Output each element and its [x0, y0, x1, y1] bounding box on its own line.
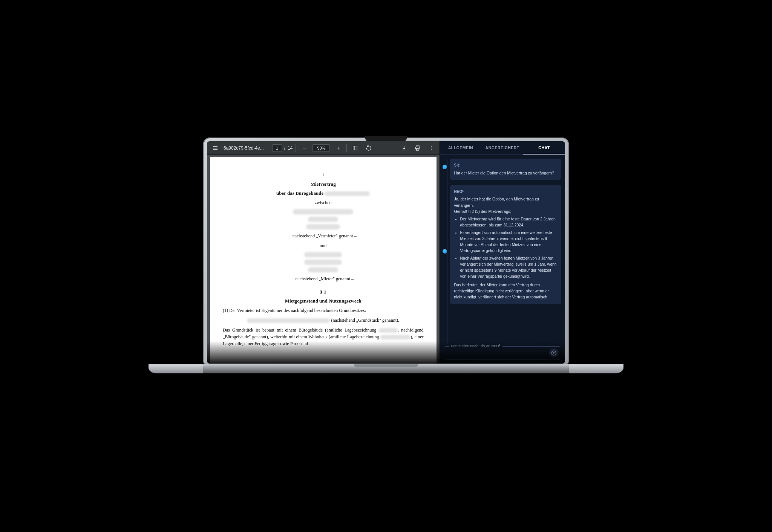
- camera-notch: [365, 136, 407, 141]
- chat-input-wrap: Sende eine Nachricht an NEO²: [444, 346, 562, 360]
- svg-point-14: [430, 146, 431, 147]
- pdf-viewport[interactable]: 1 Mietvertrag über das Bürogebäude zwisc…: [207, 155, 440, 364]
- hamburger-icon[interactable]: [210, 143, 221, 153]
- pdf-page: 1 Mietvertrag über das Bürogebäude zwisc…: [210, 157, 437, 364]
- redacted: [304, 252, 342, 257]
- doc-title-2-prefix: über das Bürogebäude: [276, 190, 325, 196]
- mieter-line: - nachstehend „Mieter" genannt –: [223, 275, 424, 282]
- base-notch: [354, 364, 418, 367]
- pdf-panel: 6a902c79-5fcd-4e... / 14 90%: [207, 141, 440, 364]
- toolbar-separator: [346, 144, 347, 152]
- section1-no: § 1: [223, 289, 424, 295]
- tab-allgemein[interactable]: ALLGEMEIN: [440, 141, 482, 154]
- redacted: [308, 217, 338, 222]
- zoom-level[interactable]: 90%: [312, 144, 330, 152]
- send-button[interactable]: [549, 349, 558, 358]
- zoom-out-button[interactable]: [299, 143, 309, 153]
- timeline-dot: [443, 249, 447, 254]
- laptop-base: [149, 364, 623, 373]
- redacted: [304, 260, 342, 265]
- bot-bullet: Der Mietvertrag wird für eine feste Daue…: [460, 216, 557, 228]
- more-icon[interactable]: [426, 143, 437, 153]
- chat-tabs: ALLGEMEIN ANGEREICHERT CHAT: [440, 141, 565, 155]
- para1: (1) Der Vermieter ist Eigentümer des nac…: [223, 307, 424, 314]
- para-grund: (nachstehend „Grundstück" genannt).: [223, 317, 424, 324]
- tab-angereichert[interactable]: ANGEREICHERT: [481, 141, 523, 154]
- laptop-lid: 6a902c79-5fcd-4e... / 14 90%: [203, 138, 569, 367]
- para2-a: Das Grundstück ist bebaut mit einem Büro…: [223, 327, 379, 333]
- bot-bullets: Der Mietvertrag wird für eine feste Daue…: [460, 216, 557, 280]
- page-total: 14: [288, 145, 293, 151]
- svg-point-15: [430, 147, 431, 148]
- tab-chat[interactable]: CHAT: [523, 141, 565, 154]
- label-between: zwischen: [223, 199, 424, 206]
- redacted: [293, 209, 353, 214]
- bot-bullet: Nach Ablauf der zweiten festen Mietzeit …: [460, 255, 557, 280]
- chat-panel: ALLGEMEIN ANGEREICHERT CHAT Sie Hat der …: [440, 141, 565, 364]
- svg-point-16: [430, 149, 431, 150]
- download-icon[interactable]: [399, 143, 409, 153]
- redacted: [380, 335, 411, 339]
- doc-title-1: Mietvertrag: [223, 181, 424, 187]
- label-und: und: [223, 242, 424, 249]
- redacted: [306, 224, 340, 229]
- bot-outro: Das bedeutet, der Mieter kann den Vertra…: [454, 282, 557, 300]
- bot-bullet: Er verlängert sich automatisch um eine w…: [460, 229, 557, 254]
- fit-page-icon[interactable]: [350, 143, 360, 153]
- para2: Das Grundstück ist bebaut mit einem Büro…: [223, 327, 424, 347]
- vermieter-line: - nachstehend „Vermieter" genannt –: [223, 232, 424, 239]
- laptop-shadow: [156, 391, 616, 421]
- print-icon[interactable]: [412, 143, 423, 153]
- chat-input[interactable]: [444, 346, 562, 360]
- page-sep: /: [284, 145, 285, 151]
- chat-body: Sie Hat der Mieter die Option den Mietve…: [440, 155, 565, 344]
- chat-sender: Sie: [454, 162, 557, 168]
- para-grund-suffix: (nachstehend „Grundstück" genannt).: [330, 318, 399, 323]
- bot-clause: Gemäß § 2 (3) des Mietvertrags:: [454, 208, 557, 214]
- document-title: 6a902c79-5fcd-4e...: [224, 145, 264, 151]
- toolbar-separator: [296, 144, 296, 152]
- page-indicator: / 14: [272, 144, 293, 152]
- zoom-in-button[interactable]: [333, 143, 343, 153]
- chat-message-bot: NEO² Ja, der Mieter hat die Option, den …: [450, 185, 562, 304]
- redacted: [308, 267, 338, 272]
- bot-intro: Ja, der Mieter hat die Option, den Mietv…: [454, 196, 557, 208]
- page-current-input[interactable]: [272, 144, 282, 152]
- screen: 6a902c79-5fcd-4e... / 14 90%: [207, 141, 565, 364]
- page-number: 1: [223, 171, 424, 178]
- chat-message-user: Sie Hat der Mieter die Option den Mietve…: [450, 159, 562, 180]
- redacted: [379, 328, 398, 333]
- chat-text: Hat der Mieter die Option den Mietvertra…: [454, 170, 557, 176]
- redacted: [247, 318, 330, 323]
- timeline-dot: [443, 165, 447, 169]
- chat-sender: NEO²: [454, 189, 557, 195]
- section1-title: Mietgegenstand und Nutzungszweck: [223, 298, 424, 304]
- rotate-icon[interactable]: [363, 143, 374, 153]
- redacted: [325, 191, 370, 196]
- chat-input-legend: Sende eine Nachricht an NEO²: [449, 344, 502, 348]
- doc-title-2: über das Bürogebäude: [223, 190, 424, 196]
- pdf-toolbar: 6a902c79-5fcd-4e... / 14 90%: [207, 141, 440, 155]
